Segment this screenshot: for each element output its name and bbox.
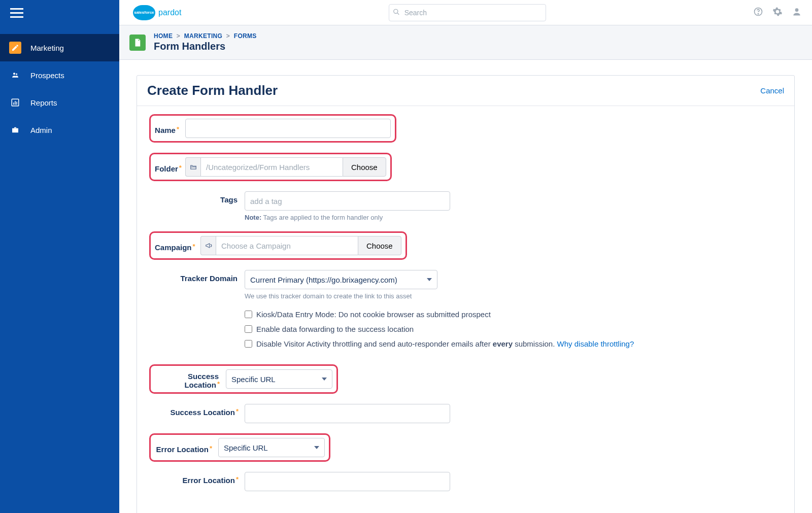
topbar: salesforce pardot xyxy=(0,0,812,25)
tags-note: Note: Tags are applied to the form handl… xyxy=(245,214,450,221)
create-form-handler-card: Create Form Handler Cancel Name Folder xyxy=(137,75,795,513)
success-location-url-label: Success Location xyxy=(149,404,245,417)
throttle-checkbox[interactable] xyxy=(245,340,252,348)
search-icon xyxy=(393,8,400,17)
search-wrap xyxy=(389,4,546,21)
forward-checkbox-row[interactable]: Enable data forwarding to the success lo… xyxy=(245,325,634,333)
sidebar-item-admin[interactable]: Admin xyxy=(0,116,119,144)
campaign-input[interactable] xyxy=(216,236,358,255)
sidebar-item-marketing[interactable]: Marketing xyxy=(0,34,119,61)
hamburger-icon[interactable] xyxy=(0,0,119,28)
highlight-folder: Folder Choose xyxy=(149,153,392,181)
tracker-note: We use this tracker domain to create the… xyxy=(245,292,437,300)
help-icon[interactable] xyxy=(753,7,763,18)
success-location-label: Success Location xyxy=(155,369,226,389)
chart-icon xyxy=(9,96,21,109)
svg-rect-2 xyxy=(10,16,23,18)
folder-input[interactable] xyxy=(200,157,343,177)
svg-rect-6 xyxy=(13,102,14,105)
error-location-url-label: Error Location xyxy=(149,472,245,485)
tags-input[interactable] xyxy=(245,191,450,211)
salesforce-cloud-icon: salesforce xyxy=(133,5,155,20)
user-icon[interactable] xyxy=(792,7,802,18)
svg-rect-0 xyxy=(10,8,23,10)
folder-icon xyxy=(185,157,200,177)
card-title: Create Form Handler xyxy=(147,83,278,98)
highlight-error-location: Error Location Specific URL xyxy=(149,433,330,462)
sidebar-item-label: Reports xyxy=(30,98,57,107)
error-location-select[interactable]: Specific URL xyxy=(218,438,325,457)
forward-checkbox[interactable] xyxy=(245,325,252,333)
tracker-label: Tracker Domain xyxy=(149,270,245,283)
error-location-url-input[interactable] xyxy=(245,472,450,491)
page-title: Form Handlers xyxy=(154,41,257,52)
tracker-domain-select[interactable]: Current Primary (https://go.brixagency.c… xyxy=(245,270,437,289)
svg-point-12 xyxy=(758,14,758,14)
breadcrumb: HOME > MARKETING > FORMS xyxy=(154,32,257,40)
throttle-link[interactable]: Why disable throttling? xyxy=(557,339,634,348)
name-input[interactable] xyxy=(185,119,391,138)
svg-point-4 xyxy=(16,73,17,75)
sidebar-item-prospects[interactable]: Prospects xyxy=(0,61,119,89)
success-location-url-input[interactable] xyxy=(245,404,450,423)
briefcase-icon xyxy=(9,124,21,136)
pencil-icon xyxy=(9,42,21,54)
breadcrumb-marketing[interactable]: MARKETING xyxy=(184,32,222,40)
sidebar-item-label: Marketing xyxy=(30,44,64,52)
users-icon xyxy=(9,69,21,81)
cancel-link[interactable]: Cancel xyxy=(760,86,784,95)
success-location-select[interactable]: Specific URL xyxy=(226,369,332,389)
svg-point-9 xyxy=(393,9,397,13)
breadcrumb-forms[interactable]: FORMS xyxy=(234,32,257,40)
svg-rect-7 xyxy=(15,101,16,105)
brand-text: pardot xyxy=(158,8,181,17)
error-location-label: Error Location xyxy=(155,442,218,454)
highlight-name: Name xyxy=(149,114,396,143)
sidebar-item-label: Prospects xyxy=(30,71,64,80)
sidebar: Marketing Prospects Reports Admin xyxy=(0,0,119,513)
kiosk-checkbox[interactable] xyxy=(245,311,252,318)
tags-label: Tags xyxy=(149,191,245,204)
kiosk-checkbox-row[interactable]: Kiosk/Data Entry Mode: Do not cookie bro… xyxy=(245,310,634,319)
highlight-campaign: Campaign Choose xyxy=(149,231,407,260)
sidebar-item-reports[interactable]: Reports xyxy=(0,89,119,116)
folder-label: Folder xyxy=(155,161,185,173)
search-input[interactable] xyxy=(389,4,546,21)
campaign-label: Campaign xyxy=(155,240,200,252)
page-header: HOME > MARKETING > FORMS Form Handlers xyxy=(119,25,812,60)
form-page-icon xyxy=(129,35,146,51)
folder-choose-button[interactable]: Choose xyxy=(343,157,386,177)
svg-rect-1 xyxy=(10,12,23,14)
svg-rect-8 xyxy=(16,102,17,105)
svg-point-3 xyxy=(13,73,15,75)
svg-point-13 xyxy=(795,8,799,12)
gear-icon[interactable] xyxy=(772,7,783,18)
campaign-choose-button[interactable]: Choose xyxy=(358,236,401,255)
logo: salesforce pardot xyxy=(133,5,181,20)
breadcrumb-home[interactable]: HOME xyxy=(154,32,173,40)
svg-line-10 xyxy=(397,13,399,14)
highlight-success-location: Success Location Specific URL xyxy=(149,364,338,394)
sidebar-item-label: Admin xyxy=(30,126,52,134)
megaphone-icon xyxy=(200,236,216,255)
name-label: Name xyxy=(155,123,185,134)
throttle-checkbox-row[interactable]: Disable Visitor Activity throttling and … xyxy=(245,339,634,348)
